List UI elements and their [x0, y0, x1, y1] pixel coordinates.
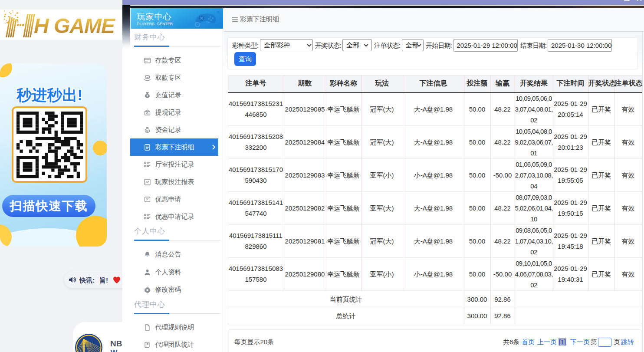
svg-text:Y: Y — [146, 94, 148, 97]
